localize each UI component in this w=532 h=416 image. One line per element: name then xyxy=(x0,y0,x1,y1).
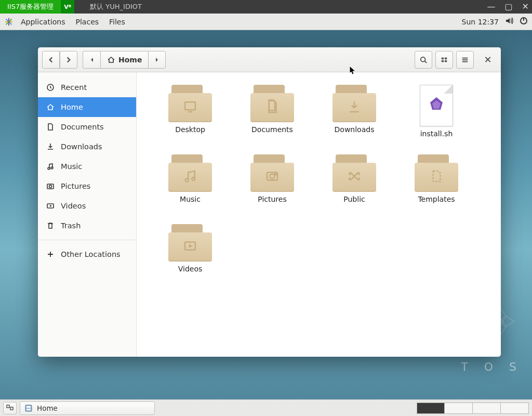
file-manager-toolbar: Home ✕ xyxy=(38,47,501,72)
svg-point-8 xyxy=(51,167,53,169)
maximize-button[interactable]: ▢ xyxy=(504,3,512,11)
sidebar-item-other-locations[interactable]: Other Locations xyxy=(38,244,136,264)
svg-rect-4 xyxy=(442,60,444,62)
folder-icon xyxy=(415,154,458,192)
remote-manager-bar: IIS7服务器管理 Ve 默认 YUH_IDIOT — ▢ ✕ xyxy=(0,0,532,14)
file-label: Documents xyxy=(251,125,293,134)
volume-icon[interactable] xyxy=(505,17,513,27)
file-label: Templates xyxy=(418,195,455,203)
sidebar-item-music[interactable]: Music xyxy=(38,157,136,176)
script-file-icon xyxy=(420,85,453,126)
file-manager-window: Home ✕ Recent xyxy=(38,47,501,357)
file-label: install.sh xyxy=(420,129,453,138)
folder-icon xyxy=(168,154,212,192)
svg-rect-3 xyxy=(445,57,447,59)
sidebar-item-videos[interactable]: Videos xyxy=(38,196,136,216)
folder-icon xyxy=(332,154,376,192)
file-manager-sidebar: Recent Home Documents Downloads Music xyxy=(38,72,137,357)
sidebar-item-home[interactable]: Home xyxy=(38,97,136,117)
sidebar-label: Documents xyxy=(61,123,104,131)
sidebar-label: Music xyxy=(61,162,82,171)
svg-point-1 xyxy=(421,57,425,61)
svg-rect-19 xyxy=(7,405,9,408)
sidebar-item-documents[interactable]: Documents xyxy=(38,117,136,137)
file-label: Desktop xyxy=(175,125,205,134)
svg-point-17 xyxy=(275,174,276,175)
sidebar-label: Videos xyxy=(61,202,86,210)
svg-rect-5 xyxy=(445,60,447,62)
folder-public[interactable]: Public xyxy=(313,152,395,222)
file-label: Videos xyxy=(178,265,203,273)
path-home-button[interactable]: Home xyxy=(100,51,148,69)
folder-icon xyxy=(168,85,212,122)
window-close-button[interactable]: ✕ xyxy=(479,51,497,69)
folder-videos[interactable]: Videos xyxy=(149,222,231,292)
close-button[interactable]: ✕ xyxy=(522,3,529,11)
show-desktop-button[interactable] xyxy=(3,402,17,414)
workspace-1[interactable] xyxy=(417,402,445,414)
sidebar-item-pictures[interactable]: Pictures xyxy=(38,176,136,196)
file-label: Downloads xyxy=(335,125,375,134)
svg-rect-22 xyxy=(26,406,31,408)
workspace-switcher[interactable] xyxy=(417,402,529,414)
workspace-2[interactable] xyxy=(445,402,473,414)
sidebar-label: Trash xyxy=(61,222,81,230)
remote-window-title: 默认 YUH_IDIOT xyxy=(74,2,142,11)
file-label: Pictures xyxy=(258,195,286,203)
hamburger-menu-button[interactable] xyxy=(456,51,474,69)
bottom-taskbar: Home xyxy=(0,399,532,416)
sidebar-item-downloads[interactable]: Downloads xyxy=(38,137,136,157)
path-next-button[interactable] xyxy=(148,51,166,69)
workspace-3[interactable] xyxy=(473,402,501,414)
desktop[interactable]: T O S Home xyxy=(0,30,532,399)
svg-point-14 xyxy=(192,177,195,180)
folder-music[interactable]: Music xyxy=(149,152,231,222)
svg-rect-12 xyxy=(185,102,195,110)
folder-icon xyxy=(332,85,376,122)
workspace-4[interactable] xyxy=(501,402,529,414)
svg-point-10 xyxy=(49,185,52,188)
folder-pictures[interactable]: Pictures xyxy=(231,152,313,222)
file-cabinet-icon xyxy=(24,404,33,412)
sidebar-label: Home xyxy=(61,103,83,111)
path-prev-button[interactable] xyxy=(83,51,100,69)
folder-templates[interactable]: Templates xyxy=(395,152,477,222)
power-icon[interactable] xyxy=(520,17,528,27)
sidebar-label: Recent xyxy=(61,83,87,92)
sidebar-label: Other Locations xyxy=(61,250,121,258)
file-label: Public xyxy=(343,195,365,203)
folder-desktop[interactable]: Desktop xyxy=(149,83,231,152)
applications-menu[interactable]: Applications xyxy=(16,18,71,26)
svg-point-16 xyxy=(270,174,275,179)
folder-icon xyxy=(250,85,294,122)
svg-point-13 xyxy=(185,178,189,181)
sidebar-item-recent[interactable]: Recent xyxy=(38,77,136,97)
gnome-top-panel: Applications Places Files Sun 12:37 xyxy=(0,14,532,30)
minimize-button[interactable]: — xyxy=(487,3,495,11)
clock[interactable]: Sun 12:37 xyxy=(462,18,499,26)
distro-logo-icon xyxy=(4,17,14,27)
file-manager-content[interactable]: Desktop Documents Downloads xyxy=(137,72,501,357)
file-install-sh[interactable]: install.sh xyxy=(395,83,477,152)
svg-rect-23 xyxy=(26,409,31,410)
nav-forward-button[interactable] xyxy=(60,51,77,69)
files-menu[interactable]: Files xyxy=(104,18,130,26)
folder-documents[interactable]: Documents xyxy=(231,83,313,152)
svg-rect-2 xyxy=(442,57,444,59)
search-button[interactable] xyxy=(415,51,432,69)
nav-back-button[interactable] xyxy=(42,51,60,69)
sidebar-item-trash[interactable]: Trash xyxy=(38,216,136,236)
svg-rect-20 xyxy=(10,407,13,410)
svg-point-7 xyxy=(48,167,50,170)
sidebar-label: Downloads xyxy=(61,142,102,151)
taskbar-item-home[interactable]: Home xyxy=(20,401,155,415)
places-menu[interactable]: Places xyxy=(71,18,104,26)
folder-icon xyxy=(168,224,212,262)
distro-brand-text: T O S xyxy=(461,360,523,373)
sidebar-label: Pictures xyxy=(61,182,90,190)
iis7-label: IIS7服务器管理 xyxy=(0,0,61,14)
svg-rect-21 xyxy=(25,405,32,411)
vnc-logo-icon: Ve xyxy=(61,0,74,14)
view-toggle-button[interactable] xyxy=(435,51,453,69)
folder-downloads[interactable]: Downloads xyxy=(313,83,395,152)
